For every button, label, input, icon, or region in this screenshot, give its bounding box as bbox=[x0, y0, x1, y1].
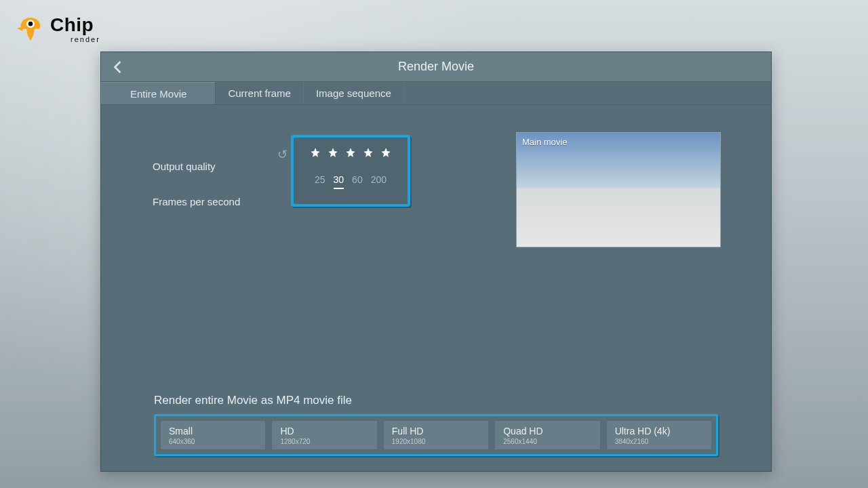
fps-60[interactable]: 60 bbox=[352, 174, 363, 189]
dialog-titlebar: Render Movie bbox=[101, 52, 771, 82]
render-option-name: Quad HD bbox=[503, 426, 591, 436]
star-icon[interactable] bbox=[345, 147, 356, 158]
render-option-res: 640x360 bbox=[169, 438, 257, 445]
render-heading: Render entire Movie as MP4 movie file bbox=[154, 394, 718, 407]
svg-point-1 bbox=[28, 22, 33, 26]
fps-25[interactable]: 25 bbox=[315, 174, 326, 189]
render-option-res: 3840x2160 bbox=[615, 438, 703, 445]
brand-bird-icon bbox=[16, 15, 45, 43]
tabs: Entire Movie Current frame Image sequenc… bbox=[101, 82, 771, 105]
render-option-name: HD bbox=[280, 426, 368, 436]
fps-30[interactable]: 30 bbox=[334, 174, 344, 189]
star-icon[interactable] bbox=[328, 147, 338, 158]
dialog-content: Output quality Frames per second ↺ 25 30… bbox=[101, 105, 771, 471]
dialog-title: Render Movie bbox=[398, 60, 474, 74]
tab-image-sequence[interactable]: Image sequence bbox=[304, 82, 404, 104]
render-quadhd-button[interactable]: Quad HD 2560x1440 bbox=[494, 420, 600, 450]
render-section: Render entire Movie as MP4 movie file Sm… bbox=[154, 394, 718, 456]
render-option-res: 868x488 bbox=[280, 438, 368, 445]
label-fps: Frames per second bbox=[153, 184, 240, 219]
render-movie-dialog: Render Movie Entire Movie Current frame … bbox=[100, 52, 772, 472]
svg-marker-2 bbox=[17, 26, 22, 31]
label-output-quality: Output quality bbox=[153, 148, 240, 184]
undo-icon[interactable]: ↺ bbox=[277, 147, 288, 162]
fps-200[interactable]: 200 bbox=[371, 174, 387, 189]
preview-label: Main movie bbox=[517, 133, 720, 151]
render-small-button[interactable]: Small 640x360 bbox=[160, 420, 266, 450]
render-options-row: Small 640x360 HD 868x488 Full HD 1920x1… bbox=[154, 414, 718, 456]
setting-labels: Output quality Frames per second bbox=[153, 148, 240, 219]
star-icon[interactable] bbox=[363, 147, 374, 158]
render-option-name: Full HD bbox=[392, 426, 480, 436]
star-icon[interactable] bbox=[310, 147, 321, 158]
brand-name: Chip bbox=[50, 16, 100, 35]
fps-options: 25 30 60 200 bbox=[300, 174, 401, 189]
star-icon[interactable] bbox=[380, 147, 391, 158]
render-ultrahd-button[interactable]: Ultra HD (4k) 3840x2160 bbox=[606, 420, 712, 450]
tab-entire-movie[interactable]: Entire Movie bbox=[101, 82, 216, 104]
render-option-name: Ultra HD (4k) bbox=[615, 426, 703, 436]
preview-thumbnail[interactable]: Main movie bbox=[516, 132, 721, 247]
quality-fps-box: 25 30 60 200 bbox=[291, 135, 410, 207]
quality-stars bbox=[300, 147, 401, 158]
render-option-res: 2560x1440 bbox=[503, 438, 591, 445]
render-option-name: Small bbox=[169, 426, 257, 436]
brand-subtitle: render bbox=[71, 36, 100, 43]
back-arrow-icon[interactable] bbox=[111, 60, 125, 75]
tab-current-frame[interactable]: Current frame bbox=[216, 82, 304, 104]
render-fullhd-button[interactable]: Full HD 1920x1080 bbox=[383, 420, 489, 450]
render-hd-button[interactable]: HD 868x488 bbox=[271, 420, 377, 450]
brand-logo: Chip render bbox=[16, 15, 100, 43]
render-option-res: 1920x1080 bbox=[392, 438, 480, 445]
